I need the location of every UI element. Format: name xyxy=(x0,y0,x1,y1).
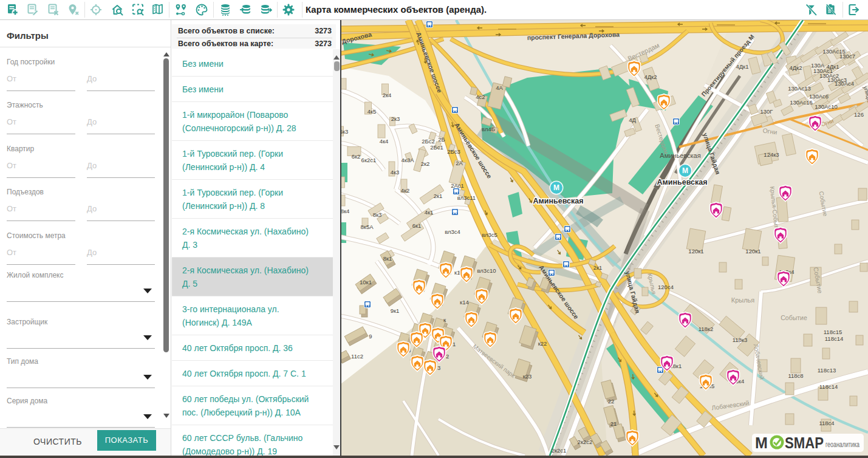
svg-text:Аминьевская: Аминьевская xyxy=(660,152,700,159)
svg-text:6к3: 6к3 xyxy=(340,128,348,135)
svg-text:2к2: 2к2 xyxy=(421,160,430,167)
svg-text:вл3с5: вл3с5 xyxy=(482,231,497,238)
svg-text:6к1: 6к1 xyxy=(412,222,422,229)
svg-text:118с13: 118с13 xyxy=(818,367,836,374)
svg-text:118к3: 118к3 xyxy=(733,337,748,343)
svg-text:вл3с11: вл3с11 xyxy=(457,194,476,201)
svg-text:3: 3 xyxy=(437,364,440,371)
svg-text:геоаналитика: геоаналитика xyxy=(825,440,860,449)
svg-text:130Ас13: 130Ас13 xyxy=(788,85,811,92)
svg-text:2Б: 2Б xyxy=(438,136,445,143)
svg-text:2к1: 2к1 xyxy=(434,193,443,199)
svg-text:SMAP: SMAP xyxy=(785,434,824,451)
svg-text:4к2: 4к2 xyxy=(401,187,410,194)
svg-text:11с2: 11с2 xyxy=(351,353,363,360)
svg-text:8к3: 8к3 xyxy=(373,211,382,218)
svg-text:8к5А: 8к5А xyxy=(360,224,374,230)
svg-text:к22: к22 xyxy=(538,340,547,347)
svg-text:2: 2 xyxy=(446,353,449,360)
svg-text:118с15: 118с15 xyxy=(824,329,842,335)
svg-text:Аминьевская: Аминьевская xyxy=(533,197,584,205)
svg-text:4Дк2: 4Дк2 xyxy=(789,64,802,71)
svg-text:4к1: 4к1 xyxy=(425,209,434,216)
svg-text:4Д: 4Д xyxy=(629,117,636,123)
svg-text:Аминьевская: Аминьевская xyxy=(657,178,708,186)
svg-text:118к2: 118к2 xyxy=(699,326,714,332)
svg-text:120к1: 120к1 xyxy=(745,248,760,255)
svg-text:4с2: 4с2 xyxy=(476,94,485,100)
svg-text:130Г: 130Г xyxy=(760,108,773,115)
svg-text:4А: 4А xyxy=(496,84,503,91)
svg-text:4к5: 4к5 xyxy=(367,108,377,115)
svg-text:130с7: 130с7 xyxy=(839,53,855,60)
svg-text:6к2: 6к2 xyxy=(352,153,361,160)
svg-text:Крылья: Крылья xyxy=(731,296,755,304)
svg-text:130Ас10: 130Ас10 xyxy=(815,103,838,110)
svg-text:2к2с1: 2к2с1 xyxy=(552,447,567,454)
svg-text:118с4: 118с4 xyxy=(819,420,834,426)
svg-text:4Дк2: 4Дк2 xyxy=(644,73,657,80)
svg-text:M: M xyxy=(553,183,559,192)
svg-text:118с8: 118с8 xyxy=(788,372,803,379)
svg-text:10к1: 10к1 xyxy=(360,279,372,285)
svg-text:22: 22 xyxy=(608,398,615,405)
svg-text:вл3с4: вл3с4 xyxy=(445,228,460,235)
svg-text:4к3А: 4к3А xyxy=(401,157,414,163)
svg-text:118с14: 118с14 xyxy=(819,383,838,390)
svg-text:4к4: 4к4 xyxy=(380,138,389,145)
svg-text:к23: к23 xyxy=(523,373,532,380)
svg-text:4к3: 4к3 xyxy=(391,169,400,176)
svg-text:вл4Б: вл4Б xyxy=(482,126,495,132)
svg-text:2к1: 2к1 xyxy=(593,264,603,271)
svg-text:4Дк1: 4Дк1 xyxy=(736,63,748,70)
svg-text:M: M xyxy=(755,434,768,451)
svg-text:2к2с2: 2к2с2 xyxy=(578,439,593,445)
svg-text:к14: к14 xyxy=(460,299,469,306)
svg-text:120с4: 120с4 xyxy=(658,284,674,290)
svg-text:2к4: 2к4 xyxy=(383,92,392,98)
svg-text:1: 1 xyxy=(453,341,456,347)
svg-text:Событие: Событие xyxy=(781,314,807,321)
svg-text:130Ас16: 130Ас16 xyxy=(790,99,813,106)
svg-text:9к1: 9к1 xyxy=(391,307,400,314)
svg-text:120к1: 120к1 xyxy=(688,248,703,255)
svg-text:2А: 2А xyxy=(456,160,463,166)
svg-text:124к3: 124к3 xyxy=(764,151,779,158)
svg-text:126: 126 xyxy=(854,111,864,118)
svg-text:2Бс1: 2Бс1 xyxy=(430,144,443,151)
svg-text:2Бс3: 2Бс3 xyxy=(447,148,460,155)
svg-text:8к1: 8к1 xyxy=(383,255,392,262)
svg-text:9: 9 xyxy=(369,333,372,340)
svg-text:M: M xyxy=(682,166,688,175)
svg-text:8к4: 8к4 xyxy=(341,208,350,214)
svg-text:118с14: 118с14 xyxy=(825,335,843,342)
svg-text:21: 21 xyxy=(610,420,617,427)
svg-text:2к3: 2к3 xyxy=(391,115,400,122)
svg-text:6к2с1: 6к2с1 xyxy=(361,157,377,163)
svg-text:130Ас4: 130Ас4 xyxy=(835,80,854,87)
svg-text:вл3с10: вл3с10 xyxy=(477,267,496,274)
